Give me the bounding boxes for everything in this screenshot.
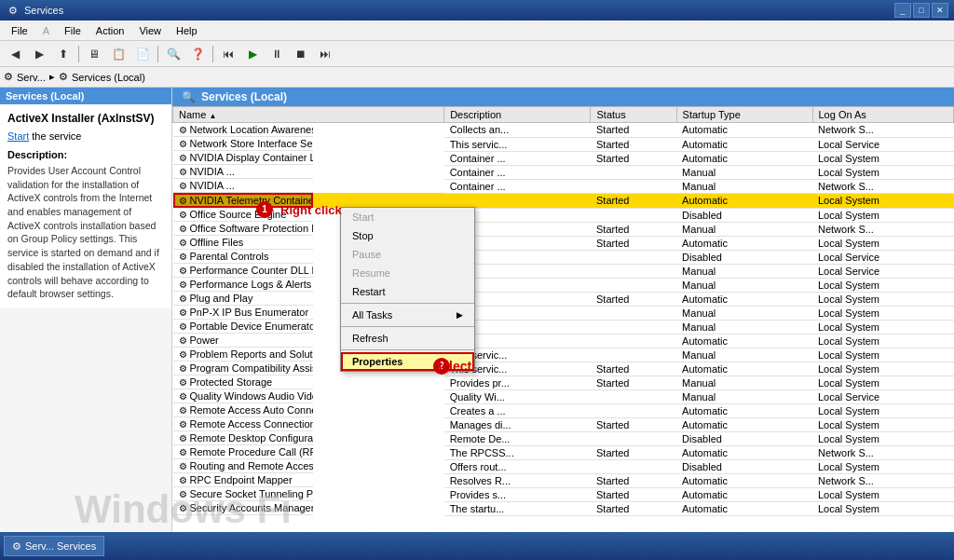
ffwd-button[interactable]: ⏭ — [314, 44, 336, 64]
menu-action[interactable]: File — [57, 23, 89, 38]
ctx-item[interactable]: Pause — [341, 245, 474, 264]
cell-name: ⚙Secure Socket Tunneling Protocol Servic… — [173, 487, 313, 501]
play-button[interactable]: ▶ — [241, 44, 264, 64]
menu-action2[interactable]: Action — [89, 23, 132, 38]
service-icon: ⚙ — [179, 447, 187, 458]
service-name-cell: Performance Logs & Alerts — [190, 279, 312, 290]
back-button[interactable]: ◀ — [4, 44, 26, 64]
ctx-item[interactable]: Start — [341, 208, 474, 226]
service-icon: ⚙ — [179, 433, 187, 444]
table-row[interactable]: ⚙Plug and PlayStartedAutomaticLocal Syst… — [173, 292, 954, 306]
minimize-button[interactable]: _ — [894, 3, 911, 18]
table-row[interactable]: ⚙Remote Access Connection ManagerManages… — [173, 417, 954, 431]
context-menu: StartStopPauseResumeRestartAll Tasks▶Ref… — [340, 207, 475, 372]
description-panel: ActiveX Installer (AxInstSV) Start the s… — [0, 104, 171, 308]
nav-item-serv[interactable]: Serv... — [17, 72, 46, 83]
table-row[interactable]: ⚙Office Software Protection Platf...Star… — [173, 222, 954, 236]
table-row[interactable]: ⚙Network Store Interface ServiceThis ser… — [173, 137, 954, 151]
copy-button[interactable]: 📋 — [107, 44, 129, 64]
col-status[interactable]: Status — [591, 107, 676, 123]
table-row[interactable]: ⚙Offline FilesStartedAutomaticLocal Syst… — [173, 236, 954, 250]
view-button[interactable]: 📄 — [131, 44, 154, 64]
maximize-button[interactable]: □ — [913, 3, 930, 18]
col-logon[interactable]: Log On As — [812, 107, 954, 123]
table-row[interactable]: ⚙Performance Counter DLL HostManualLocal… — [173, 264, 954, 278]
window-controls[interactable]: _ □ ✕ — [894, 3, 948, 18]
table-row[interactable]: ⚙PnP-X IP Bus EnumeratorManualLocal Syst… — [173, 306, 954, 320]
ctx-item[interactable]: Restart — [341, 282, 474, 301]
service-icon: ⚙ — [179, 280, 187, 290]
help-button[interactable]: ❓ — [186, 44, 209, 64]
table-row[interactable]: ⚙Performance Logs & AlertsManualLocal Sy… — [173, 278, 954, 292]
table-row[interactable]: ⚙Remote Procedure Call (RPC)The RPCSS...… — [173, 445, 954, 459]
service-icon: ⚙ — [179, 125, 187, 135]
cell-startup: Automatic — [676, 417, 812, 431]
show-hide-button[interactable]: 🖥 — [83, 44, 105, 64]
cell-logon: Network S... — [812, 445, 954, 459]
step2-text: Select — [433, 359, 471, 374]
col-desc[interactable]: Description — [444, 107, 591, 123]
ctx-item[interactable]: Resume — [341, 264, 474, 282]
cell-desc: Container ... — [444, 151, 591, 165]
col-name[interactable]: Name ▲ — [173, 107, 444, 123]
cell-status: Started — [591, 376, 676, 389]
ctx-item[interactable]: All Tasks▶ — [341, 306, 474, 324]
table-row[interactable]: ⚙Remote Desktop ConfigurationRemote De..… — [173, 431, 954, 445]
col-startup[interactable]: Startup Type — [676, 107, 812, 123]
table-row[interactable]: ⚙Parental ControlsDisabledLocal Service — [173, 250, 954, 264]
menu-view[interactable]: View — [131, 23, 169, 38]
table-row[interactable]: ⚙NVIDIA Display Container LSContainer ..… — [173, 151, 954, 165]
desc-label: Description: — [7, 149, 164, 160]
table-row[interactable]: ⚙Program Compatibility Assistant Service… — [173, 362, 954, 376]
step1-text: Right click — [280, 203, 342, 217]
service-icon: ⚙ — [179, 294, 187, 304]
table-row[interactable]: ⚙NVIDIA ...Container ...ManualNetwork S.… — [173, 179, 954, 193]
table-row[interactable]: ⚙Portable Device Enumerator Serv...Manua… — [173, 320, 954, 334]
cell-status: Started — [591, 123, 676, 138]
table-row[interactable]: ⚙Security Accounts ManagerThe startu...S… — [173, 501, 954, 515]
content-panel: 🔍 Services (Local) Name ▲ Description St… — [172, 88, 954, 560]
close-button[interactable]: ✕ — [932, 3, 948, 18]
table-row[interactable]: ⚙Quality Windows Audio Video ExperienceQ… — [173, 389, 954, 403]
table-row[interactable]: ⚙PowerAutomaticLocal System — [173, 334, 954, 348]
cell-name: ⚙Quality Windows Audio Video Experience — [173, 389, 313, 403]
cell-name: ⚙NVIDIA ... — [173, 179, 313, 193]
start-link[interactable]: Start — [7, 130, 29, 142]
menu-file[interactable]: File — [4, 23, 35, 38]
forward-button[interactable]: ▶ — [28, 44, 50, 64]
menu-help[interactable]: Help — [169, 23, 205, 38]
cell-desc: Manages di... — [444, 417, 591, 431]
table-row[interactable]: ⚙NVIDIA ...Container ...ManualLocal Syst… — [173, 165, 954, 179]
cell-logon: Local System — [812, 501, 954, 515]
cell-logon: Local System — [812, 431, 954, 445]
table-row[interactable]: ⚙Network Location AwarenessCollects an..… — [173, 123, 954, 138]
table-row[interactable]: ⚙Problem Reports and Solutions Con...Thi… — [173, 348, 954, 362]
table-row[interactable]: ⚙Secure Socket Tunneling Protocol Servic… — [173, 487, 954, 501]
annotation-select: 2 Select — [433, 358, 454, 375]
rewind-button[interactable]: ⏮ — [217, 44, 239, 64]
service-icon: ⚙ — [179, 181, 187, 191]
search-button[interactable]: 🔍 — [162, 44, 184, 64]
ctx-item[interactable]: Stop — [341, 226, 474, 245]
cell-startup: Automatic — [676, 193, 812, 208]
cell-status — [591, 179, 676, 193]
table-row[interactable]: ⚙Remote Access Auto Connection ManagerCr… — [173, 403, 954, 417]
up-button[interactable]: ⬆ — [52, 44, 75, 64]
cell-name: ⚙Office Software Protection Platf... — [173, 222, 313, 236]
pause-button[interactable]: ⏸ — [266, 44, 288, 64]
stop-button[interactable]: ⏹ — [290, 44, 312, 64]
table-row[interactable]: ⚙RPC Endpoint MapperResolves R...Started… — [173, 473, 954, 487]
cell-logon: Local System — [812, 348, 954, 362]
nav-item-local[interactable]: Services (Local) — [72, 72, 145, 83]
cell-startup: Automatic — [676, 501, 812, 515]
cell-status — [591, 389, 676, 403]
cell-name: ⚙Portable Device Enumerator Serv... — [173, 320, 313, 334]
ctx-item[interactable]: Refresh — [341, 329, 474, 348]
services-panel[interactable]: Name ▲ Description Status Startup Type L… — [172, 106, 954, 560]
taskbar-button[interactable]: ⚙ Serv... Services — [4, 536, 104, 556]
toolbar-sep3 — [212, 46, 213, 62]
table-row[interactable]: ⚙Protected StorageProvides pr...StartedM… — [173, 376, 954, 389]
service-icon: ⚙ — [179, 335, 187, 346]
table-row[interactable]: ⚙Routing and Remote AccessOffers rout...… — [173, 459, 954, 473]
cell-startup: Manual — [676, 278, 812, 292]
